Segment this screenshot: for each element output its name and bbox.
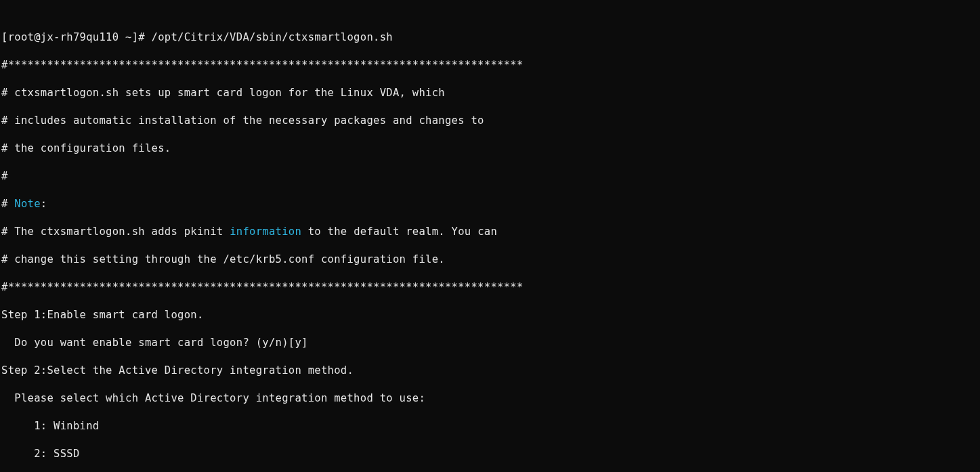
hash-line: # — [1, 169, 979, 184]
note-prefix: # — [1, 198, 14, 210]
note-line: # Note: — [1, 197, 979, 211]
step1-question: Do you want enable smart card logon? (y/… — [1, 336, 979, 350]
note-info-keyword: information — [230, 226, 301, 238]
note-desc-pre: # The ctxsmartlogon.sh adds pkinit — [1, 226, 230, 238]
intro-1: # ctxsmartlogon.sh sets up smart card lo… — [1, 86, 979, 100]
command: /opt/Citrix/VDA/sbin/ctxsmartlogon.sh — [152, 31, 393, 43]
intro-2: # includes automatic installation of the… — [1, 114, 979, 128]
note-desc-2: # change this setting through the /etc/k… — [1, 253, 979, 267]
step1-head: Step 1:Enable smart card logon. — [1, 308, 979, 322]
step2-question: Please select which Active Directory int… — [1, 391, 979, 406]
note-keyword: Note — [14, 198, 41, 210]
note-desc-1: # The ctxsmartlogon.sh adds pkinit infor… — [1, 225, 979, 239]
prompt-line: [root@jx-rh79qu110 ~]# /opt/Citrix/VDA/s… — [1, 30, 979, 45]
prompt: [root@jx-rh79qu110 ~]# — [1, 31, 152, 43]
step2-opt-winbind: 1: Winbind — [1, 419, 979, 433]
intro-3: # the configuration files. — [1, 142, 979, 156]
divider-bottom: #***************************************… — [1, 280, 979, 295]
step2-opt-sssd: 2: SSSD — [1, 447, 979, 461]
truncated-top-line — [1, 14, 979, 17]
note-desc-post: to the default realm. You can — [301, 226, 497, 238]
note-colon: : — [41, 198, 47, 210]
step2-head: Step 2:Select the Active Directory integ… — [1, 364, 979, 378]
divider-top: #***************************************… — [1, 58, 979, 72]
terminal-output[interactable]: [root@jx-rh79qu110 ~]# /opt/Citrix/VDA/s… — [0, 0, 980, 472]
